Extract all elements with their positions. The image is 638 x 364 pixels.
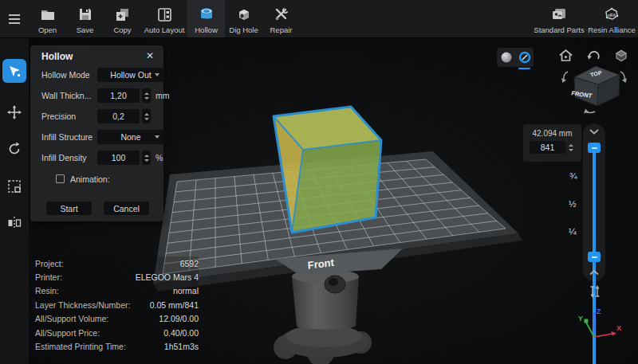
slider-upper-handle[interactable] (588, 143, 601, 153)
chevron-down-icon (155, 73, 160, 76)
left-tool-sidebar (0, 38, 29, 364)
select-tool-button[interactable] (2, 59, 26, 83)
start-button[interactable]: Start (46, 202, 92, 215)
transparent-sphere-icon[interactable] (518, 51, 531, 64)
rotate-arrow-icon (6, 141, 22, 157)
precision-row: Precision 0,2 (41, 109, 157, 123)
axis-x-label: X (616, 324, 621, 332)
mirror-icon (6, 215, 22, 231)
solid-sphere-icon[interactable] (500, 51, 513, 64)
layout-grid-icon (157, 6, 172, 23)
select-cursor-icon (6, 63, 22, 79)
project-info-panel: Project:6592 Printer:ELEGOO Mars 4 Resin… (35, 256, 199, 354)
info-row: Estimated Printing Time:1h51m3s (35, 339, 199, 353)
svg-text:sRA: sRA (608, 13, 616, 18)
axis-y-label: Y (578, 315, 583, 323)
open-button[interactable]: Open (29, 0, 66, 37)
info-row: All/Support Volume:12.09/0.00 (35, 312, 199, 326)
swap-layers-icon[interactable] (587, 284, 603, 299)
move-tool-button[interactable] (2, 100, 26, 124)
save-button[interactable]: Save (66, 0, 104, 37)
info-row: Project:6592 (35, 256, 199, 270)
chevron-up-icon[interactable] (589, 269, 599, 276)
animation-row: Animation: (41, 172, 157, 186)
axis-z-label: Z (597, 307, 601, 315)
layer-number-input[interactable]: 841 (530, 141, 565, 154)
dialog-title: Hollow (41, 51, 73, 62)
top-toolbar: Open Save Copy Auto Layout Hollow Dig Ho… (0, 0, 638, 38)
view-cube[interactable]: TOP FRONT (557, 49, 632, 118)
dig-hole-button[interactable]: Dig Hole (225, 0, 262, 37)
hollow-dialog: Hollow ✕ Hollow Mode Hollow Out Wall Thi… (30, 45, 163, 221)
copy-plus-icon (115, 6, 130, 23)
fraction-three-quarters[interactable]: ¾ (569, 171, 577, 181)
resin-alliance-button[interactable]: sRA Resin Alliance (585, 0, 638, 37)
info-row: Resin:normal (35, 284, 199, 298)
height-readout: 42.094 mm (523, 129, 581, 138)
wall-thickness-stepper[interactable] (142, 88, 151, 103)
dig-hole-cube-icon (236, 6, 252, 23)
folder-icon (40, 6, 56, 23)
layer-height-panel: 42.094 mm 841 (523, 124, 581, 162)
scale-box-icon (6, 178, 22, 194)
info-row: All/Support Price:0.40/0.00 (35, 326, 199, 339)
infill-density-row: Infill Density 100 % (41, 151, 157, 165)
axes-gizmo: Z Y X (573, 305, 622, 345)
precision-input[interactable]: 0,2 (97, 109, 140, 123)
copy-button[interactable]: Copy (104, 0, 141, 37)
active-render-mode-underline (518, 68, 530, 69)
mirror-tool-button[interactable] (2, 211, 26, 235)
model-cube[interactable] (274, 107, 381, 233)
repair-button[interactable]: Repair (262, 0, 300, 37)
repair-tools-icon (274, 6, 289, 23)
standard-parts-icon (551, 6, 567, 23)
infill-density-input[interactable]: 100 (97, 151, 140, 165)
close-icon[interactable]: ✕ (144, 50, 156, 61)
wall-thickness-input[interactable]: 1,20 (97, 88, 140, 103)
resin-alliance-icon: sRA (604, 6, 620, 23)
scale-tool-button[interactable] (2, 174, 26, 198)
chevron-down-icon[interactable] (589, 128, 599, 135)
animation-checkbox[interactable] (56, 174, 65, 183)
infill-structure-row: Infill Structure None (41, 130, 157, 144)
hollow-mode-dropdown[interactable]: Hollow Out (97, 68, 164, 82)
fraction-quarter[interactable]: ¼ (569, 227, 577, 237)
info-row: Printer:ELEGOO Mars 4 (35, 270, 199, 284)
slider-lower-handle[interactable] (588, 252, 601, 262)
hollow-button[interactable]: Hollow (187, 0, 225, 37)
info-row: Layer Thickness/Number:0.05 mm/841 (35, 298, 199, 311)
infill-structure-dropdown[interactable]: None (97, 130, 164, 144)
wall-thickness-row: Wall Thickn... 1,20 mm (41, 88, 157, 103)
move-arrows-icon (6, 104, 22, 120)
fraction-half[interactable]: ½ (569, 199, 577, 209)
precision-stepper[interactable] (142, 109, 151, 123)
hollow-cylinder-icon (199, 6, 215, 23)
cancel-button[interactable]: Cancel (104, 202, 149, 215)
render-mode-toggle (497, 48, 534, 67)
infill-density-stepper[interactable] (142, 151, 151, 165)
rotate-tool-button[interactable] (2, 137, 26, 161)
layer-number-stepper[interactable] (567, 141, 575, 154)
hollow-mode-row: Hollow Mode Hollow Out (41, 68, 157, 82)
menu-hamburger-icon[interactable] (0, 0, 29, 37)
floppy-icon (78, 6, 93, 23)
standard-parts-button[interactable]: Standard Parts (533, 0, 585, 37)
layer-range-slider (583, 123, 605, 281)
chevron-down-icon (155, 135, 160, 139)
auto-layout-button[interactable]: Auto Layout (141, 0, 187, 37)
